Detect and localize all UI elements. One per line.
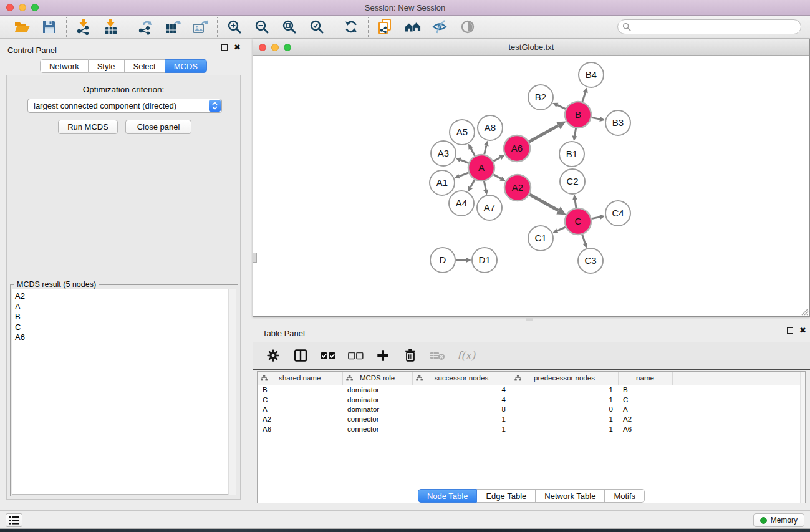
column-header-shared-name[interactable]: shared name (258, 372, 342, 385)
table-row[interactable]: Adominator80A (258, 405, 805, 415)
export-image-icon[interactable] (191, 18, 209, 36)
result-item[interactable]: A6 (15, 332, 236, 343)
import-network-icon[interactable] (75, 18, 92, 36)
graph-edge-B-B2[interactable] (557, 105, 566, 109)
deselect-all-icon[interactable] (347, 347, 364, 364)
column-header-successor-nodes[interactable]: successor nodes (412, 372, 511, 385)
table-row[interactable]: Cdominator41C (258, 395, 805, 405)
criterion-dropdown[interactable]: largest connected component (directed) (27, 99, 222, 113)
graph-node-label: C4 (612, 208, 624, 218)
function-builder-icon[interactable]: f(x) (457, 349, 475, 362)
app-titlebar: Session: New Session (0, 0, 810, 16)
tab-motifs[interactable]: Motifs (605, 489, 645, 503)
search-field-wrap (617, 19, 801, 34)
tab-style[interactable]: Style (89, 59, 125, 73)
home-layout-icon[interactable] (404, 18, 422, 36)
network-graph[interactable]: B4B2BB3A5A8A6B1A3AC2A1A2A4A7C4CC1C3DD1 (253, 56, 809, 316)
delete-column-icon[interactable] (402, 347, 418, 364)
network-window-titlebar[interactable]: testGlobe.txt (253, 39, 809, 56)
refresh-icon[interactable] (342, 18, 360, 36)
memory-button[interactable]: Memory (753, 513, 804, 527)
node-table: shared name MCDS role successor nodes pr… (257, 371, 806, 503)
result-scrollbar[interactable] (228, 289, 236, 495)
table-row[interactable]: Bdominator41B (258, 385, 805, 395)
search-input[interactable] (617, 19, 801, 34)
graph-edge-B-B4[interactable] (582, 92, 586, 102)
graph-edge-C-C1[interactable] (557, 227, 566, 231)
tab-node-table[interactable]: Node Table (418, 489, 478, 503)
network-canvas[interactable]: B4B2BB3A5A8A6B1A3AC2A1A2A4A7C4CC1C3DD1 (253, 56, 809, 316)
open-session-icon[interactable] (13, 18, 31, 36)
resize-grip-icon[interactable] (800, 307, 809, 316)
graph-edge-A-A2[interactable] (493, 175, 501, 179)
delete-table-icon[interactable] (430, 347, 446, 364)
export-table-icon[interactable] (164, 18, 181, 36)
settings-gear-icon[interactable] (265, 347, 281, 364)
export-network-icon[interactable] (137, 18, 154, 36)
graph-edge-C-C4[interactable] (592, 217, 600, 219)
zoom-selected-icon[interactable] (308, 18, 325, 36)
graph-node-label: C3 (584, 255, 596, 266)
table-row[interactable]: A2connector11A2 (258, 414, 805, 424)
app-title: Session: New Session (0, 3, 810, 12)
close-table-panel-icon[interactable]: ✖ (799, 327, 806, 334)
add-column-icon[interactable] (375, 347, 391, 364)
graph-edge-A6-B[interactable] (529, 125, 558, 142)
table-header-row: shared name MCDS role successor nodes pr… (258, 372, 805, 385)
show-details-icon[interactable] (459, 18, 476, 36)
column-header-name[interactable]: name (618, 372, 672, 385)
graph-edge-A-A7[interactable] (484, 181, 486, 190)
import-table-icon[interactable] (102, 18, 120, 36)
close-panel-icon[interactable]: ✖ (234, 44, 241, 51)
table-scrollbar[interactable] (800, 372, 805, 503)
graph-edge-A-A1[interactable] (459, 173, 468, 177)
copy-network-view-icon[interactable] (377, 18, 394, 36)
table-row[interactable]: A6connector11A6 (258, 424, 805, 434)
graph-node-label: A1 (436, 177, 448, 188)
attribute-tree-icon (346, 375, 353, 381)
result-item[interactable]: B (15, 312, 236, 322)
graph-edge-B-B1[interactable] (575, 128, 576, 136)
tab-mcds[interactable]: MCDS (165, 59, 207, 73)
show-columns-icon[interactable] (292, 347, 309, 364)
graph-edge-A-A6[interactable] (493, 158, 500, 162)
hide-details-icon[interactable] (432, 18, 449, 36)
save-session-icon[interactable] (41, 18, 58, 36)
application-window: Session: New Session (0, 0, 810, 532)
run-mcds-button[interactable]: Run MCDS (58, 120, 118, 134)
zoom-fit-icon[interactable] (281, 18, 298, 36)
tab-edge-table[interactable]: Edge Table (477, 489, 536, 503)
graph-edge-B-B3[interactable] (592, 117, 600, 119)
canvas-bottom-scroll-thumb[interactable] (526, 317, 533, 321)
close-panel-button[interactable]: Close panel (125, 120, 191, 134)
zoom-out-icon[interactable] (253, 18, 271, 36)
graph-node-label: B4 (586, 69, 597, 80)
tab-network-table[interactable]: Network Table (536, 489, 605, 503)
control-panel-title: Control Panel (7, 46, 57, 55)
task-history-button[interactable] (6, 513, 22, 527)
select-all-icon[interactable] (320, 347, 336, 364)
canvas-left-scroll-thumb[interactable] (253, 253, 257, 263)
tab-select[interactable]: Select (125, 59, 165, 73)
graph-edge-A-A3[interactable] (461, 160, 469, 163)
result-item[interactable]: A2 (15, 291, 236, 302)
result-item[interactable]: A (15, 302, 236, 312)
graph-edge-A-A8[interactable] (485, 146, 486, 155)
graph-edge-A2-C[interactable] (529, 195, 558, 211)
zoom-in-icon[interactable] (226, 18, 243, 36)
graph-edge-C-C3[interactable] (582, 235, 585, 243)
tab-network[interactable]: Network (40, 59, 89, 73)
float-panel-icon[interactable] (221, 44, 228, 51)
control-panel-header: Control Panel ✖ (2, 41, 244, 59)
result-item[interactable]: C (15, 322, 236, 333)
column-header-mcds-role[interactable]: MCDS role (342, 372, 412, 385)
mcds-result-list[interactable]: A2ABCA6 (12, 289, 236, 495)
mcds-result-title: MCDS result (5 nodes) (14, 280, 99, 289)
graph-edge-C-C2[interactable] (575, 200, 576, 208)
column-header-predecessor-nodes[interactable]: predecessor nodes (511, 372, 618, 385)
graph-edge-A-A5[interactable] (471, 148, 475, 156)
main-toolbar (0, 16, 810, 39)
graph-edge-A-A4[interactable] (470, 180, 475, 187)
float-table-panel-icon[interactable] (787, 327, 793, 334)
graph-node-label: A3 (438, 148, 449, 158)
